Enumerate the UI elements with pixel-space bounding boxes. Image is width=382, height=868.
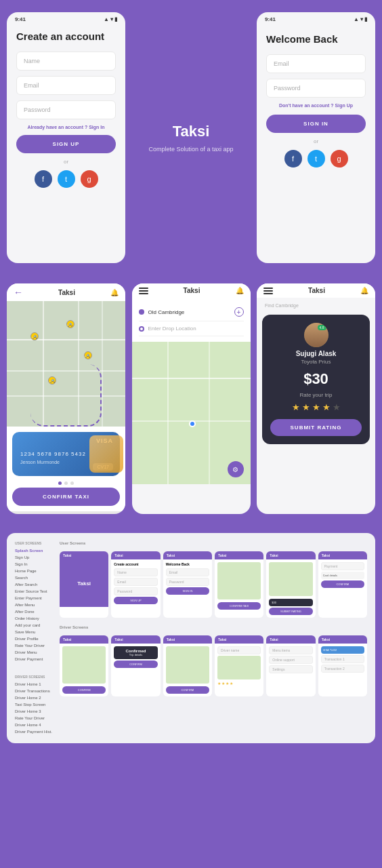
sidebar-item-search[interactable]: Search (15, 574, 56, 581)
mini-map-taxi-run (269, 562, 312, 596)
mini-screen-driver-trans[interactable]: Taksi Confirmed Trip details CONFIRM (111, 635, 160, 696)
mini-header-driver-trans: Taksi (111, 635, 160, 644)
mini-screen-taxi-run[interactable]: Taksi $30 SUBMIT RATING (266, 551, 315, 618)
password-field-create[interactable]: Password (16, 100, 116, 119)
star-5[interactable]: ★ (333, 402, 341, 412)
sidebar-item-home[interactable]: Home Page (15, 568, 56, 574)
mini-header-splash: Taksi (60, 551, 108, 559)
mini-header-after-search: Taksi (215, 551, 263, 559)
settings-fab-button[interactable]: ⚙ (228, 461, 244, 477)
sidebar-item-add-card[interactable]: Add your card (15, 622, 56, 629)
sidebar-driver-payment2[interactable]: Driver Payment Hist. (15, 728, 56, 735)
add-location-button[interactable]: + (234, 307, 244, 317)
mini-screen-splash[interactable]: Taksi Taksi (60, 551, 108, 618)
sidebar-item-after-done[interactable]: After Done (15, 608, 56, 615)
taxi-marker-2: 🚕 (66, 320, 75, 328)
rating-header: Taksi 🔔 (257, 283, 375, 298)
sidebar-taxi-stop[interactable]: Taxi Stop Screen (15, 701, 56, 708)
mini-screen-driver-payment[interactable]: Taksi VISA *5432 Transaction 1 Transacti… (318, 635, 367, 696)
sidebar-driver-home1[interactable]: Driver Home 1 (15, 681, 56, 688)
notification-icon-3[interactable]: 🔔 (360, 287, 368, 294)
sidebar-driver-home4[interactable]: Driver Home 4 (15, 722, 56, 728)
star-1[interactable]: ★ (292, 402, 300, 412)
star-3[interactable]: ★ (312, 402, 320, 412)
notification-icon-1[interactable]: 🔔 (110, 289, 119, 296)
status-bar-left: 9:41 ▲ ▾ ▮ (7, 12, 125, 24)
card-dot-3 (70, 481, 74, 485)
mini-screen-driver-home1[interactable]: Taksi CONFIRM (60, 635, 108, 696)
location-inputs: Old Cambridge + Enter Drop Location (132, 298, 251, 342)
sidebar-driver-trans[interactable]: Driver Transactions (15, 688, 56, 694)
facebook-button[interactable]: f (35, 170, 52, 188)
mini-screen-taxi-stop[interactable]: Taksi Driver name ★ ★ ★ ★ (215, 635, 263, 696)
google-login-button[interactable]: g (331, 150, 348, 167)
gold-card (89, 435, 123, 473)
create-account-title: Create an account (7, 24, 125, 52)
sidebar-item-signup[interactable]: Sign Up (15, 554, 56, 561)
notification-icon-2[interactable]: 🔔 (236, 287, 244, 294)
signup-button[interactable]: SIGN UP (16, 135, 116, 153)
sidebar-item-after-menu[interactable]: After Menu (15, 601, 56, 608)
driver-info-card: 4.8 Sujugi Alask Toyota Prius $30 Rate y… (262, 315, 370, 444)
facebook-login-button[interactable]: f (284, 150, 302, 167)
name-field[interactable]: Name (16, 52, 116, 71)
signin-button[interactable]: SIGN IN (266, 115, 366, 133)
rate-trip-text: Rate your trip (270, 392, 362, 398)
drop-icon (139, 326, 144, 332)
already-account-text: Already have an account ? Sign In (16, 125, 116, 130)
submit-rating-button[interactable]: SUBMIT RATING (270, 419, 362, 436)
menu-icon[interactable] (139, 288, 148, 294)
sign-up-link[interactable]: Sign Up (335, 103, 353, 108)
sidebar-item-rate-driver[interactable]: Rate Your Driver (15, 642, 56, 649)
signal-icon-r: ▲ (354, 16, 359, 22)
password-field-login[interactable]: Password (266, 79, 366, 98)
section-overview: USER SCREENS Splash Screen Sign Up Sign … (7, 533, 375, 743)
sidebar-item-driver-payment[interactable]: Driver Payment (15, 656, 56, 663)
sidebar-rate-driver2[interactable]: Rate Your Driver (15, 715, 56, 722)
card-dot-1 (58, 481, 62, 485)
user-screens-label: USER SCREENS (15, 541, 56, 545)
sidebar-item-splash[interactable]: Splash Screen (15, 547, 56, 554)
battery-icon-r: ▮ (364, 16, 367, 22)
sidebar-item-signin[interactable]: Sign In (15, 561, 56, 568)
sidebar-item-enter-payment[interactable]: Enter Payment (15, 595, 56, 601)
sidebar-item-after-search[interactable]: After Search (15, 581, 56, 588)
confirm-taxi-button[interactable]: CONFIRM TAXI (12, 488, 120, 506)
email-field-login[interactable]: Email (266, 54, 366, 73)
back-icon[interactable]: ← (14, 287, 23, 298)
mini-header-driver-home2: Taksi (163, 635, 212, 644)
or-divider-login: or (257, 138, 375, 144)
time-right: 9:41 (265, 16, 276, 22)
sidebar-item-driver-menu[interactable]: Driver Menu (15, 649, 56, 656)
mini-taxi-stop-map (217, 656, 261, 679)
driver-screens-row-label: Driver Screens (60, 625, 367, 629)
sidebar-item-save-menu[interactable]: Save Menu (15, 629, 56, 635)
mini-screen-signin[interactable]: Taksi Welcome Back Email Password SIGN I… (163, 551, 212, 618)
mini-screen-after-taxi[interactable]: Taksi Payment Card details CONFIRM (318, 551, 367, 618)
mini-screen-driver-home3[interactable]: Taksi Menu items Online support Settings (266, 635, 315, 696)
status-icons-right: ▲ ▾ ▮ (354, 16, 367, 22)
rating-menu-icon[interactable] (263, 288, 273, 294)
google-button[interactable]: g (81, 170, 98, 188)
sidebar-driver-home3[interactable]: Driver Home 3 (15, 708, 56, 715)
star-4[interactable]: ★ (322, 402, 331, 412)
mini-screen-driver-home2[interactable]: Taksi CONFIRM (163, 635, 212, 696)
time-left: 9:41 (15, 16, 26, 22)
email-field-create[interactable]: Email (16, 76, 116, 95)
twitter-login-button[interactable]: t (307, 150, 325, 167)
mini-screen-signup[interactable]: Taksi Create account Name Email Password… (111, 551, 160, 618)
welcome-back-title: Welcome Back (257, 24, 375, 54)
star-2[interactable]: ★ (302, 402, 310, 412)
sidebar-item-enter-source[interactable]: Enter Source Text (15, 588, 56, 595)
sidebar-item-driver-profile[interactable]: Driver Profile (15, 635, 56, 642)
map-decoration-1: 🚕 🚕 🚕 🚕 (7, 301, 125, 427)
sign-in-link[interactable]: Sign In (89, 125, 104, 130)
mini-map-driver-home2 (166, 646, 209, 684)
sidebar-driver-home2[interactable]: Driver Home 2 (15, 694, 56, 701)
sidebar-item-order-history[interactable]: Order History (15, 615, 56, 622)
driver-avatar: 4.8 (304, 323, 328, 347)
twitter-button[interactable]: t (58, 170, 75, 188)
mini-screen-after-search[interactable]: Taksi CONFIRM TAXI (215, 551, 263, 618)
mini-header-signup: Taksi (111, 551, 160, 559)
mini-header-after-taxi: Taksi (318, 551, 367, 559)
